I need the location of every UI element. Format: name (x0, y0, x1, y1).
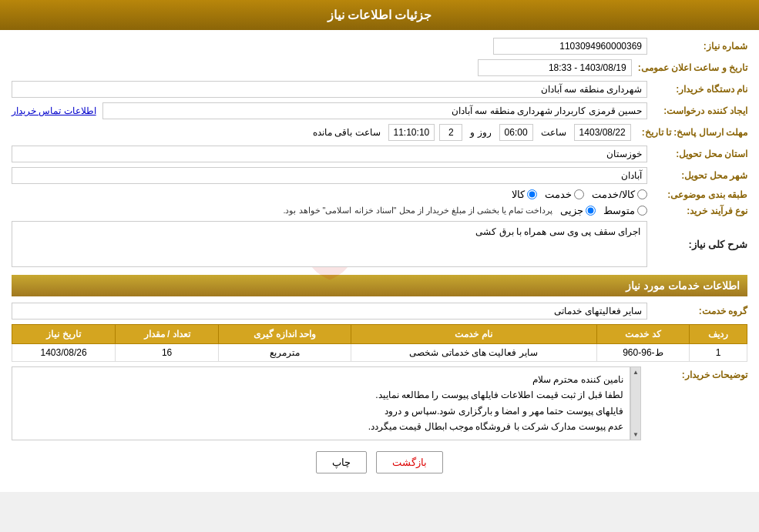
category-goods-option[interactable]: کالا (512, 189, 537, 200)
deadline-row: مهلت ارسال پاسخ: تا تاریخ: 1403/08/22 سا… (12, 124, 747, 141)
deadline-time: 06:00 (499, 124, 533, 141)
purchase-type-partial-label: جزیی (560, 205, 583, 216)
province-row: استان محل تحویل: خوزستان (12, 146, 747, 162)
purchase-type-medium-radio[interactable] (637, 206, 647, 216)
back-button[interactable]: بازگشت (376, 451, 443, 473)
category-service-option[interactable]: خدمت (545, 189, 584, 200)
city-label: شهر محل تحویل: (647, 170, 747, 181)
cell-quantity: 16 (116, 344, 219, 362)
buyer-org-value: شهرداری منطقه سه آبادان (12, 81, 647, 98)
col-quantity: تعداد / مقدار (116, 325, 219, 344)
notes-line2: لطفا قبل از ثبت قیمت اطلاعات فایلهای پیو… (18, 387, 623, 403)
deadline-days-label: روز و (467, 127, 494, 138)
buyer-org-label: نام دستگاه خریدار: (647, 84, 747, 95)
category-goods-service-option[interactable]: کالا/خدمت (592, 189, 647, 200)
category-row: طبقه بندی موضوعی: کالا/خدمت خدمت کالا (12, 189, 747, 200)
purchase-type-note: پرداخت تمام یا بخشی از مبلغ خریدار از مح… (283, 206, 552, 216)
province-value: خوزستان (12, 146, 647, 162)
notes-line4: عدم پیوست مدارک شرکت با فروشگاه موجب ابط… (18, 419, 623, 434)
deadline-date: 1403/08/22 (574, 124, 631, 141)
requester-row: ایجاد کننده درخواست: حسین قرمزی کاربردار… (12, 102, 747, 119)
purchase-type-partial-option[interactable]: جزیی (560, 205, 596, 216)
city-value: آبادان (12, 167, 647, 184)
category-service-label: خدمت (545, 189, 572, 200)
col-row-num: ردیف (690, 325, 747, 344)
table-row: 1 ط-96-960 سایر فعالیت های خدماتی شخصی م… (12, 344, 747, 362)
category-goods-service-label: کالا/خدمت (592, 189, 635, 200)
print-button[interactable]: چاپ (316, 451, 367, 473)
category-radio-group: کالا/خدمت خدمت کالا (512, 189, 647, 200)
cell-date: 1403/08/26 (12, 344, 116, 362)
category-service-radio[interactable] (574, 189, 584, 199)
purchase-type-radio-group: متوسط جزیی (560, 205, 647, 216)
services-section-title: اطلاعات خدمات مورد نیاز (626, 279, 740, 292)
buyer-org-row: نام دستگاه خریدار: شهرداری منطقه سه آباد… (12, 81, 747, 98)
purchase-type-row: نوع فرآیند خرید: متوسط جزیی پرداخت تمام … (12, 205, 747, 216)
announcement-label: تاریخ و ساعت اعلان عمومی: (632, 62, 747, 73)
cell-row-num: 1 (690, 344, 747, 362)
purchase-type-label: نوع فرآیند خرید: (647, 206, 747, 216)
category-goods-label: کالا (512, 189, 525, 200)
table-header-row: ردیف کد خدمت نام خدمت واحد اندازه گیری ت… (12, 325, 747, 344)
purchase-type-medium-option[interactable]: متوسط (603, 205, 647, 216)
deadline-label: مهلت ارسال پاسخ: تا تاریخ: (636, 127, 747, 138)
cell-unit: مترمربع (219, 344, 351, 362)
need-number-value: 1103094960000369 (493, 38, 647, 55)
category-goods-service-radio[interactable] (637, 189, 647, 199)
scrollbar[interactable]: ▲ ▼ (630, 366, 641, 440)
deadline-days: 2 (439, 124, 462, 141)
deadline-remaining-label: ساعت باقی مانده (310, 127, 384, 138)
category-label: طبقه بندی موضوعی: (647, 189, 747, 200)
page-wrapper: جزئیات اطلاعات نیاز شماره نیاز: 11030949… (0, 0, 759, 492)
need-number-label: شماره نیاز: (647, 41, 747, 52)
page-header: جزئیات اطلاعات نیاز (0, 0, 759, 30)
services-section-header: اطلاعات خدمات مورد نیاز (12, 275, 747, 296)
requester-value: حسین قرمزی کاربردار شهرداری منطقه سه آبا… (102, 102, 647, 119)
scroll-down-arrow[interactable]: ▼ (633, 431, 639, 438)
deadline-remaining: 11:10:10 (388, 124, 435, 141)
col-service-code: کد خدمت (596, 325, 690, 344)
notes-label: توضیحات خریدار: (647, 366, 747, 380)
need-description-label: شرح کلی نیاز: (647, 239, 747, 250)
need-number-row: شماره نیاز: 1103094960000369 (12, 38, 747, 55)
content-area: شماره نیاز: 1103094960000369 تاریخ و ساع… (0, 30, 759, 492)
col-date: تاریخ نیاز (12, 325, 116, 344)
requester-label: ایجاد کننده درخواست: (647, 105, 747, 116)
service-group-label: گروه خدمت: (647, 306, 747, 316)
deadline-time-label: ساعت (538, 127, 569, 138)
city-row: شهر محل تحویل: آبادان (12, 167, 747, 184)
need-description-row: شرح کلی نیاز: A اجرای سقف پی وی سی همراه… (12, 221, 747, 267)
announcement-value: 1403/08/19 - 18:33 (478, 59, 632, 76)
notes-section: توضیحات خریدار: ▲ ▼ نامین کننده محترم سل… (12, 366, 747, 440)
notes-line3: فایلهای پیوست حتما مهر و امضا و بارگزاری… (18, 403, 623, 419)
service-group-row: گروه خدمت: سایر فعالیتهای خدماتی (12, 303, 747, 320)
cell-service-code: ط-96-960 (596, 344, 690, 362)
scroll-up-arrow[interactable]: ▲ (633, 369, 639, 376)
services-table: ردیف کد خدمت نام خدمت واحد اندازه گیری ت… (12, 324, 747, 362)
purchase-type-partial-radio[interactable] (586, 206, 596, 216)
need-description-value: اجرای سقف پی وی سی همراه با برق کشی (12, 221, 647, 267)
cell-service-name: سایر فعالیت های خدماتی شخصی (351, 344, 596, 362)
notes-content: نامین کننده محترم سلام لطفا قبل از ثبت ق… (12, 366, 630, 440)
announcement-row: تاریخ و ساعت اعلان عمومی: 1403/08/19 - 1… (12, 59, 747, 76)
page-title: جزئیات اطلاعات نیاز (327, 8, 432, 22)
button-row: بازگشت چاپ (12, 451, 747, 473)
col-unit: واحد اندازه گیری (219, 325, 351, 344)
purchase-type-medium-label: متوسط (603, 205, 635, 216)
contact-link[interactable]: اطلاعات تماس خریدار (12, 105, 96, 116)
category-goods-radio[interactable] (527, 189, 537, 199)
service-group-value: سایر فعالیتهای خدماتی (12, 303, 647, 320)
notes-line1: نامین کننده محترم سلام (18, 372, 623, 387)
col-service-name: نام خدمت (351, 325, 596, 344)
province-label: استان محل تحویل: (647, 149, 747, 159)
